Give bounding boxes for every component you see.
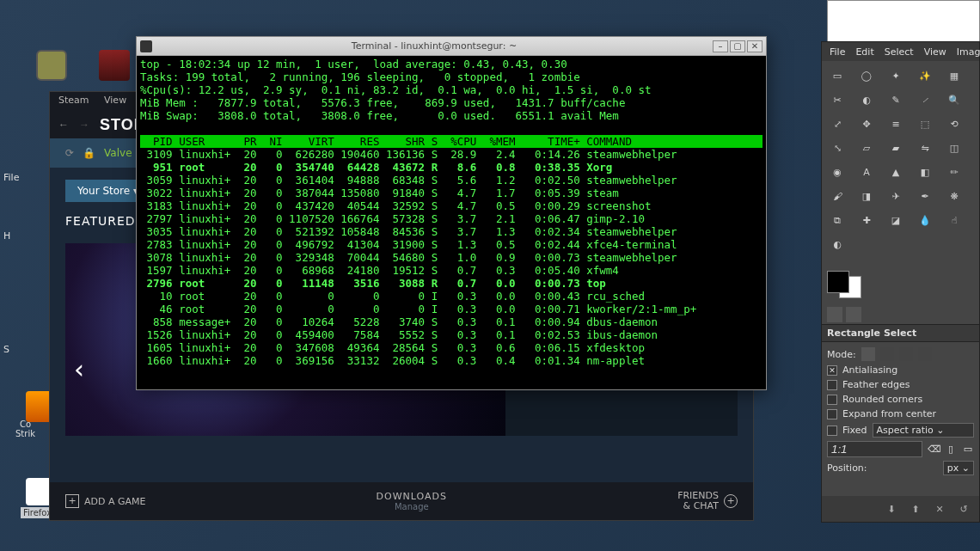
rounded-checkbox[interactable] <box>827 395 837 405</box>
process-row: 951 root 20 0 354740 64428 43672 R 8.6 0… <box>140 161 763 174</box>
airbrush-icon[interactable]: ✈ <box>882 185 910 207</box>
eraser-icon[interactable]: ◨ <box>853 185 880 207</box>
delete-options-icon[interactable]: ✕ <box>931 500 948 517</box>
ellipse-select-icon[interactable]: ◯ <box>853 64 880 87</box>
cage-icon[interactable]: ◫ <box>940 137 968 159</box>
rotate-icon[interactable]: ⟲ <box>940 113 968 135</box>
scale-icon[interactable]: ⤡ <box>824 137 851 159</box>
fixed-checkbox[interactable] <box>827 425 837 436</box>
nav-forward-icon[interactable]: → <box>79 119 89 131</box>
gimp-window[interactable]: File Edit Select View Image ▭ ◯ ✦ ✨ ▦ ✂ … <box>821 41 980 523</box>
unit-select[interactable]: px ⌄ <box>943 461 974 475</box>
restore-options-icon[interactable]: ⬆ <box>907 500 924 517</box>
pencil-icon[interactable]: ✏ <box>940 161 968 183</box>
antialiasing-label: Antialiasing <box>842 364 897 376</box>
gimp-menu-image[interactable]: Image <box>952 44 980 60</box>
gimp-menubar[interactable]: File Edit Select View Image <box>822 42 979 61</box>
foreground-select-icon[interactable]: ◐ <box>853 89 880 111</box>
desktop-label-h[interactable]: H <box>3 230 10 242</box>
foreground-color[interactable] <box>827 271 849 293</box>
nav-back-icon[interactable]: ← <box>58 119 69 131</box>
subtract-mode-icon[interactable] <box>899 347 913 361</box>
feather-checkbox[interactable] <box>827 380 837 390</box>
perspective-clone-icon[interactable]: ◪ <box>882 209 910 231</box>
intersect-mode-icon[interactable] <box>918 347 932 361</box>
move-icon[interactable]: ✥ <box>853 113 880 135</box>
gimp-menu-edit[interactable]: Edit <box>851 44 878 60</box>
desktop-label-file[interactable]: File <box>3 172 19 183</box>
ratio-input[interactable] <box>827 441 922 457</box>
zoom-icon[interactable]: 🔍 <box>940 89 968 111</box>
blur-icon[interactable]: 💧 <box>911 209 939 231</box>
dodge-icon[interactable]: ◐ <box>824 233 851 255</box>
rectangle-select-icon[interactable]: ▭ <box>824 64 851 87</box>
clone-icon[interactable]: ⧉ <box>824 209 851 231</box>
lock-icon: 🔒 <box>83 147 95 159</box>
portrait-icon[interactable]: ▯ <box>945 444 957 455</box>
paintbrush-icon[interactable]: 🖌 <box>824 185 851 207</box>
refresh-icon[interactable]: ⟳ <box>65 147 74 159</box>
crop-icon[interactable]: ⬚ <box>911 113 939 135</box>
smudge-icon[interactable]: ☝ <box>940 209 968 231</box>
process-row: 3022 linuxhi+ 20 0 387044 135080 91840 S… <box>140 187 763 199</box>
free-select-icon[interactable]: ✦ <box>882 64 910 87</box>
process-row: 2783 linuxhi+ 20 0 496792 41304 31900 S … <box>140 238 763 251</box>
add-mode-icon[interactable] <box>880 347 894 361</box>
carousel-prev-icon[interactable]: ‹ <box>74 354 84 384</box>
ink-icon[interactable]: ✒ <box>911 185 939 207</box>
save-options-icon[interactable]: ⬇ <box>883 500 900 517</box>
window-close-button[interactable]: ✕ <box>747 40 763 52</box>
window-maximize-button[interactable]: ▢ <box>730 40 745 52</box>
fixed-label: Fixed <box>842 425 867 436</box>
color-picker-icon[interactable]: ⟋ <box>911 89 939 111</box>
perspective-icon[interactable]: ▰ <box>882 137 910 159</box>
window-minimize-button[interactable]: – <box>713 40 728 52</box>
device-status-tab-icon[interactable] <box>846 307 861 322</box>
gimp-menu-file[interactable]: File <box>825 44 849 60</box>
steam-nav-store[interactable]: STOI <box>100 116 139 134</box>
mypaint-icon[interactable]: ❋ <box>940 185 968 207</box>
gradient-icon[interactable]: ◧ <box>911 161 939 183</box>
desktop-label-cs[interactable]: CoStrik <box>15 419 35 438</box>
background-window[interactable] <box>827 0 980 45</box>
terminal-window[interactable]: Terminal - linuxhint@montsegur: ~ – ▢ ✕ … <box>136 36 767 390</box>
process-row: 1597 linuxhi+ 20 0 68968 24180 19512 S 0… <box>140 264 763 277</box>
scissors-icon[interactable]: ✂ <box>824 89 851 111</box>
bucket-fill-icon[interactable]: ▲ <box>882 161 910 183</box>
gimp-color-swatches[interactable] <box>822 259 979 305</box>
paths-icon[interactable]: ✎ <box>882 89 910 111</box>
fuzzy-select-icon[interactable]: ✨ <box>911 64 939 87</box>
expand-center-checkbox[interactable] <box>827 409 837 419</box>
heal-icon[interactable]: ✚ <box>853 209 880 231</box>
clear-icon[interactable]: ⌫ <box>928 444 940 455</box>
replace-mode-icon[interactable] <box>861 347 875 361</box>
shear-icon[interactable]: ▱ <box>853 137 880 159</box>
desktop-icon-trash[interactable] <box>26 50 77 81</box>
top-sys-line: top - 18:02:34 up 12 min, 1 user, load a… <box>140 58 763 70</box>
friends-chat-button[interactable]: FRIENDS & CHAT + <box>677 491 738 511</box>
steam-menu-steam[interactable]: Steam <box>58 95 89 106</box>
reset-options-icon[interactable]: ↺ <box>955 500 972 517</box>
fixed-type-select[interactable]: Aspect ratio ⌄ <box>873 423 974 438</box>
measure-icon[interactable]: ⤢ <box>824 113 851 135</box>
gimp-menu-view[interactable]: View <box>920 44 951 60</box>
gimp-menu-select[interactable]: Select <box>880 44 918 60</box>
top-sys-line: %Cpu(s): 12.2 us, 2.9 sy, 0.1 ni, 83.2 i… <box>140 83 763 96</box>
antialiasing-checkbox[interactable]: ✕ <box>827 365 837 376</box>
terminal-titlebar[interactable]: Terminal - linuxhint@montsegur: ~ – ▢ ✕ <box>137 37 766 56</box>
steam-menu-view[interactable]: View <box>104 95 126 106</box>
downloads-button[interactable]: DOWNLOADS Manage <box>377 491 447 511</box>
tool-options-tab-icon[interactable] <box>827 307 842 322</box>
add-game-button[interactable]: + ADD A GAME <box>65 494 145 508</box>
align-icon[interactable]: ≡ <box>882 113 910 135</box>
warp-icon[interactable]: ◉ <box>824 161 851 183</box>
bycolor-select-icon[interactable]: ▦ <box>940 64 968 87</box>
feather-label: Feather edges <box>842 379 910 390</box>
text-icon[interactable]: A <box>853 161 880 183</box>
desktop-icon-game[interactable] <box>95 50 133 84</box>
process-row: 2797 linuxhi+ 20 0 1107520 166764 57328 … <box>140 212 763 225</box>
flip-icon[interactable]: ⇋ <box>911 137 939 159</box>
desktop-label-s[interactable]: S <box>3 344 9 355</box>
terminal-body[interactable]: top - 18:02:34 up 12 min, 1 user, load a… <box>137 56 766 389</box>
landscape-icon[interactable]: ▭ <box>962 444 974 455</box>
